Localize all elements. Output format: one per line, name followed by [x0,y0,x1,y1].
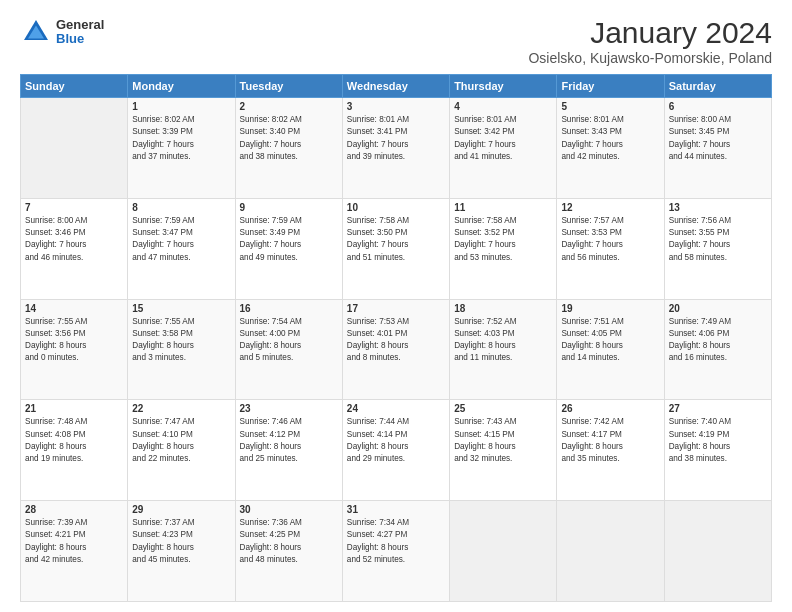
day-info-line: Sunset: 3:42 PM [454,126,552,138]
day-content: Sunrise: 7:56 AMSunset: 3:55 PMDaylight:… [669,215,767,264]
day-info-line: and 3 minutes. [132,352,230,364]
day-info-line: Daylight: 8 hours [669,441,767,453]
day-info-line: Sunrise: 7:43 AM [454,416,552,428]
location-subtitle: Osielsko, Kujawsko-Pomorskie, Poland [528,50,772,66]
table-row [664,501,771,602]
day-number: 2 [240,101,338,112]
day-info-line: Sunrise: 7:42 AM [561,416,659,428]
day-info-line: Sunrise: 7:48 AM [25,416,123,428]
table-row: 31Sunrise: 7:34 AMSunset: 4:27 PMDayligh… [342,501,449,602]
day-content: Sunrise: 8:00 AMSunset: 3:46 PMDaylight:… [25,215,123,264]
day-content: Sunrise: 8:02 AMSunset: 3:40 PMDaylight:… [240,114,338,163]
day-info-line: Sunset: 4:25 PM [240,529,338,541]
day-content: Sunrise: 7:34 AMSunset: 4:27 PMDaylight:… [347,517,445,566]
day-content: Sunrise: 8:00 AMSunset: 3:45 PMDaylight:… [669,114,767,163]
day-info-line: Daylight: 8 hours [669,340,767,352]
day-info-line: and 19 minutes. [25,453,123,465]
table-row: 20Sunrise: 7:49 AMSunset: 4:06 PMDayligh… [664,299,771,400]
day-info-line: and 44 minutes. [669,151,767,163]
table-row: 26Sunrise: 7:42 AMSunset: 4:17 PMDayligh… [557,400,664,501]
day-info-line: Sunset: 4:15 PM [454,429,552,441]
logo-text: General Blue [56,18,104,47]
calendar-header-row: Sunday Monday Tuesday Wednesday Thursday… [21,75,772,98]
day-content: Sunrise: 7:51 AMSunset: 4:05 PMDaylight:… [561,316,659,365]
day-info-line: Daylight: 8 hours [347,542,445,554]
day-number: 29 [132,504,230,515]
day-info-line: Daylight: 7 hours [25,239,123,251]
day-info-line: Sunset: 4:23 PM [132,529,230,541]
day-info-line: Sunset: 3:58 PM [132,328,230,340]
day-content: Sunrise: 7:43 AMSunset: 4:15 PMDaylight:… [454,416,552,465]
day-info-line: Daylight: 7 hours [561,239,659,251]
day-content: Sunrise: 7:42 AMSunset: 4:17 PMDaylight:… [561,416,659,465]
day-info-line: and 47 minutes. [132,252,230,264]
day-content: Sunrise: 7:47 AMSunset: 4:10 PMDaylight:… [132,416,230,465]
day-info-line: Daylight: 8 hours [25,340,123,352]
day-info-line: Sunrise: 7:56 AM [669,215,767,227]
day-info-line: Sunrise: 7:46 AM [240,416,338,428]
col-saturday: Saturday [664,75,771,98]
col-sunday: Sunday [21,75,128,98]
header: General Blue January 2024 Osielsko, Kuja… [20,16,772,66]
day-info-line: Daylight: 8 hours [240,441,338,453]
day-info-line: Daylight: 8 hours [132,441,230,453]
table-row: 25Sunrise: 7:43 AMSunset: 4:15 PMDayligh… [450,400,557,501]
table-row: 16Sunrise: 7:54 AMSunset: 4:00 PMDayligh… [235,299,342,400]
day-content: Sunrise: 7:54 AMSunset: 4:00 PMDaylight:… [240,316,338,365]
day-content: Sunrise: 7:57 AMSunset: 3:53 PMDaylight:… [561,215,659,264]
day-number: 27 [669,403,767,414]
day-info-line: and 37 minutes. [132,151,230,163]
day-info-line: Daylight: 8 hours [347,340,445,352]
day-info-line: Sunset: 4:14 PM [347,429,445,441]
day-info-line: Sunset: 3:56 PM [25,328,123,340]
table-row: 2Sunrise: 8:02 AMSunset: 3:40 PMDaylight… [235,98,342,199]
day-content: Sunrise: 7:49 AMSunset: 4:06 PMDaylight:… [669,316,767,365]
table-row [557,501,664,602]
day-number: 20 [669,303,767,314]
day-info-line: Sunrise: 8:00 AM [25,215,123,227]
day-info-line: Sunrise: 7:59 AM [132,215,230,227]
day-info-line: and 25 minutes. [240,453,338,465]
day-info-line: and 58 minutes. [669,252,767,264]
logo: General Blue [20,16,104,48]
day-info-line: and 29 minutes. [347,453,445,465]
table-row: 11Sunrise: 7:58 AMSunset: 3:52 PMDayligh… [450,198,557,299]
day-info-line: Sunrise: 7:49 AM [669,316,767,328]
table-row: 4Sunrise: 8:01 AMSunset: 3:42 PMDaylight… [450,98,557,199]
table-row: 18Sunrise: 7:52 AMSunset: 4:03 PMDayligh… [450,299,557,400]
day-info-line: Sunrise: 7:36 AM [240,517,338,529]
day-number: 28 [25,504,123,515]
day-info-line: Sunset: 3:46 PM [25,227,123,239]
day-info-line: and 39 minutes. [347,151,445,163]
table-row: 14Sunrise: 7:55 AMSunset: 3:56 PMDayligh… [21,299,128,400]
day-info-line: Sunset: 4:01 PM [347,328,445,340]
day-number: 22 [132,403,230,414]
day-info-line: Sunset: 4:06 PM [669,328,767,340]
day-info-line: Sunset: 4:12 PM [240,429,338,441]
day-info-line: Sunrise: 7:52 AM [454,316,552,328]
day-info-line: Sunset: 3:40 PM [240,126,338,138]
day-number: 1 [132,101,230,112]
day-number: 13 [669,202,767,213]
day-content: Sunrise: 7:52 AMSunset: 4:03 PMDaylight:… [454,316,552,365]
day-info-line: Sunset: 3:55 PM [669,227,767,239]
day-info-line: and 38 minutes. [240,151,338,163]
month-title: January 2024 [528,16,772,50]
day-number: 7 [25,202,123,213]
day-number: 4 [454,101,552,112]
day-info-line: Sunrise: 7:51 AM [561,316,659,328]
day-number: 19 [561,303,659,314]
day-info-line: Sunrise: 8:01 AM [561,114,659,126]
day-content: Sunrise: 8:02 AMSunset: 3:39 PMDaylight:… [132,114,230,163]
day-number: 10 [347,202,445,213]
day-info-line: and 5 minutes. [240,352,338,364]
day-info-line: Sunrise: 7:58 AM [347,215,445,227]
table-row: 1Sunrise: 8:02 AMSunset: 3:39 PMDaylight… [128,98,235,199]
calendar-week-row: 28Sunrise: 7:39 AMSunset: 4:21 PMDayligh… [21,501,772,602]
day-content: Sunrise: 7:58 AMSunset: 3:50 PMDaylight:… [347,215,445,264]
table-row: 3Sunrise: 8:01 AMSunset: 3:41 PMDaylight… [342,98,449,199]
table-row: 29Sunrise: 7:37 AMSunset: 4:23 PMDayligh… [128,501,235,602]
day-info-line: Sunset: 3:39 PM [132,126,230,138]
table-row: 23Sunrise: 7:46 AMSunset: 4:12 PMDayligh… [235,400,342,501]
col-wednesday: Wednesday [342,75,449,98]
